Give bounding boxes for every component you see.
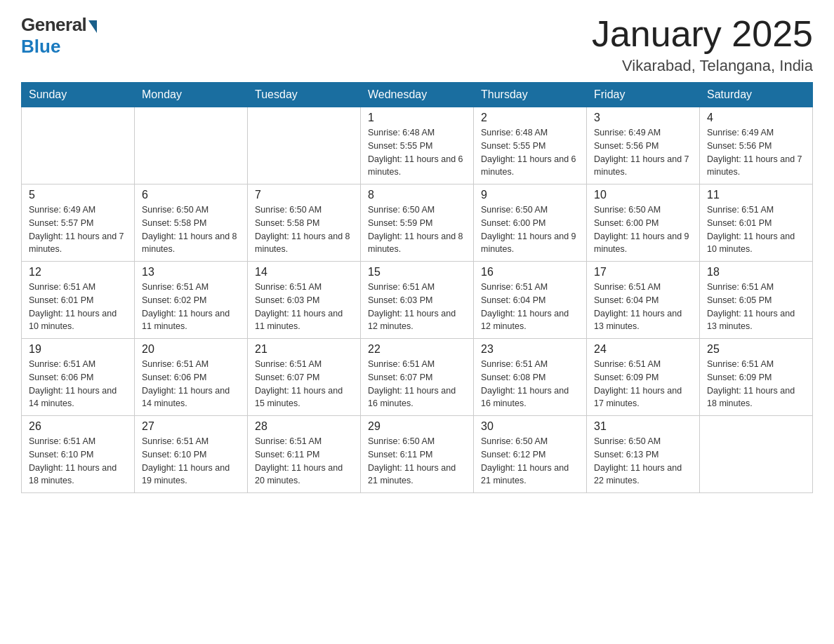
day-number: 6	[142, 189, 240, 201]
day-info: Sunrise: 6:51 AMSunset: 6:01 PMDaylight:…	[707, 203, 805, 256]
day-info: Sunrise: 6:49 AMSunset: 5:57 PMDaylight:…	[29, 203, 127, 256]
day-number: 20	[142, 343, 240, 356]
week-row-2: 5Sunrise: 6:49 AMSunset: 5:57 PMDaylight…	[22, 185, 813, 262]
day-cell-15: 15Sunrise: 6:51 AMSunset: 6:03 PMDayligh…	[361, 262, 474, 339]
logo-arrow-icon	[88, 20, 97, 33]
day-cell-20: 20Sunrise: 6:51 AMSunset: 6:06 PMDayligh…	[135, 339, 248, 416]
column-header-thursday: Thursday	[474, 83, 587, 107]
day-info: Sunrise: 6:50 AMSunset: 6:12 PMDaylight:…	[481, 435, 579, 488]
day-info: Sunrise: 6:49 AMSunset: 5:56 PMDaylight:…	[707, 126, 805, 179]
day-info: Sunrise: 6:51 AMSunset: 6:06 PMDaylight:…	[29, 358, 127, 410]
day-cell-6: 6Sunrise: 6:50 AMSunset: 5:58 PMDaylight…	[135, 185, 248, 262]
empty-cell	[22, 107, 135, 185]
day-number: 17	[594, 266, 692, 279]
empty-cell	[135, 107, 248, 185]
day-info: Sunrise: 6:51 AMSunset: 6:09 PMDaylight:…	[594, 358, 692, 410]
day-cell-9: 9Sunrise: 6:50 AMSunset: 6:00 PMDaylight…	[474, 185, 587, 262]
day-cell-19: 19Sunrise: 6:51 AMSunset: 6:06 PMDayligh…	[22, 339, 135, 416]
day-number: 26	[29, 420, 127, 433]
day-cell-1: 1Sunrise: 6:48 AMSunset: 5:55 PMDaylight…	[361, 107, 474, 185]
day-number: 3	[594, 112, 692, 124]
column-header-saturday: Saturday	[700, 83, 813, 107]
day-cell-14: 14Sunrise: 6:51 AMSunset: 6:03 PMDayligh…	[248, 262, 361, 339]
calendar-table: SundayMondayTuesdayWednesdayThursdayFrid…	[21, 82, 813, 493]
day-cell-7: 7Sunrise: 6:50 AMSunset: 5:58 PMDaylight…	[248, 185, 361, 262]
day-number: 27	[142, 420, 240, 433]
day-cell-30: 30Sunrise: 6:50 AMSunset: 6:12 PMDayligh…	[474, 416, 587, 493]
day-info: Sunrise: 6:50 AMSunset: 5:59 PMDaylight:…	[368, 203, 466, 256]
calendar-header-row: SundayMondayTuesdayWednesdayThursdayFrid…	[22, 83, 813, 107]
title-section: January 2025 Vikarabad, Telangana, India	[592, 14, 813, 75]
day-cell-4: 4Sunrise: 6:49 AMSunset: 5:56 PMDaylight…	[700, 107, 813, 185]
empty-cell	[700, 416, 813, 493]
day-info: Sunrise: 6:51 AMSunset: 6:01 PMDaylight:…	[29, 281, 127, 333]
day-info: Sunrise: 6:51 AMSunset: 6:03 PMDaylight:…	[255, 281, 353, 333]
day-number: 31	[594, 420, 692, 433]
day-cell-18: 18Sunrise: 6:51 AMSunset: 6:05 PMDayligh…	[700, 262, 813, 339]
day-info: Sunrise: 6:50 AMSunset: 6:13 PMDaylight:…	[594, 435, 692, 488]
day-cell-25: 25Sunrise: 6:51 AMSunset: 6:09 PMDayligh…	[700, 339, 813, 416]
day-info: Sunrise: 6:51 AMSunset: 6:07 PMDaylight:…	[368, 358, 466, 410]
day-info: Sunrise: 6:51 AMSunset: 6:04 PMDaylight:…	[594, 281, 692, 333]
day-info: Sunrise: 6:50 AMSunset: 6:00 PMDaylight:…	[481, 203, 579, 256]
logo: General Blue	[21, 14, 97, 58]
day-info: Sunrise: 6:51 AMSunset: 6:10 PMDaylight:…	[29, 435, 127, 488]
day-cell-12: 12Sunrise: 6:51 AMSunset: 6:01 PMDayligh…	[22, 262, 135, 339]
day-info: Sunrise: 6:51 AMSunset: 6:09 PMDaylight:…	[707, 358, 805, 410]
day-cell-21: 21Sunrise: 6:51 AMSunset: 6:07 PMDayligh…	[248, 339, 361, 416]
day-info: Sunrise: 6:50 AMSunset: 5:58 PMDaylight:…	[255, 203, 353, 256]
week-row-3: 12Sunrise: 6:51 AMSunset: 6:01 PMDayligh…	[22, 262, 813, 339]
day-info: Sunrise: 6:48 AMSunset: 5:55 PMDaylight:…	[481, 126, 579, 179]
day-number: 28	[255, 420, 353, 433]
day-number: 4	[707, 112, 805, 124]
day-number: 14	[255, 266, 353, 279]
day-number: 2	[481, 112, 579, 124]
column-header-tuesday: Tuesday	[248, 83, 361, 107]
day-number: 8	[368, 189, 466, 201]
day-cell-24: 24Sunrise: 6:51 AMSunset: 6:09 PMDayligh…	[587, 339, 700, 416]
day-number: 23	[481, 343, 579, 356]
day-info: Sunrise: 6:51 AMSunset: 6:07 PMDaylight:…	[255, 358, 353, 410]
day-info: Sunrise: 6:50 AMSunset: 5:58 PMDaylight:…	[142, 203, 240, 256]
column-header-sunday: Sunday	[22, 83, 135, 107]
day-info: Sunrise: 6:51 AMSunset: 6:10 PMDaylight:…	[142, 435, 240, 488]
column-header-friday: Friday	[587, 83, 700, 107]
day-number: 12	[29, 266, 127, 279]
day-cell-28: 28Sunrise: 6:51 AMSunset: 6:11 PMDayligh…	[248, 416, 361, 493]
day-cell-11: 11Sunrise: 6:51 AMSunset: 6:01 PMDayligh…	[700, 185, 813, 262]
day-cell-10: 10Sunrise: 6:50 AMSunset: 6:00 PMDayligh…	[587, 185, 700, 262]
page-header: General Blue January 2025 Vikarabad, Tel…	[21, 14, 813, 75]
day-number: 30	[481, 420, 579, 433]
day-cell-3: 3Sunrise: 6:49 AMSunset: 5:56 PMDaylight…	[587, 107, 700, 185]
day-cell-29: 29Sunrise: 6:50 AMSunset: 6:11 PMDayligh…	[361, 416, 474, 493]
day-number: 18	[707, 266, 805, 279]
day-number: 11	[707, 189, 805, 201]
day-info: Sunrise: 6:51 AMSunset: 6:11 PMDaylight:…	[255, 435, 353, 488]
day-number: 10	[594, 189, 692, 201]
empty-cell	[248, 107, 361, 185]
day-number: 24	[594, 343, 692, 356]
logo-general-text: General	[21, 14, 86, 36]
day-cell-5: 5Sunrise: 6:49 AMSunset: 5:57 PMDaylight…	[22, 185, 135, 262]
day-cell-2: 2Sunrise: 6:48 AMSunset: 5:55 PMDaylight…	[474, 107, 587, 185]
day-number: 25	[707, 343, 805, 356]
day-number: 13	[142, 266, 240, 279]
week-row-4: 19Sunrise: 6:51 AMSunset: 6:06 PMDayligh…	[22, 339, 813, 416]
day-cell-31: 31Sunrise: 6:50 AMSunset: 6:13 PMDayligh…	[587, 416, 700, 493]
day-info: Sunrise: 6:51 AMSunset: 6:08 PMDaylight:…	[481, 358, 579, 410]
column-header-wednesday: Wednesday	[361, 83, 474, 107]
day-cell-8: 8Sunrise: 6:50 AMSunset: 5:59 PMDaylight…	[361, 185, 474, 262]
day-number: 15	[368, 266, 466, 279]
day-info: Sunrise: 6:51 AMSunset: 6:03 PMDaylight:…	[368, 281, 466, 333]
column-header-monday: Monday	[135, 83, 248, 107]
day-number: 9	[481, 189, 579, 201]
day-cell-16: 16Sunrise: 6:51 AMSunset: 6:04 PMDayligh…	[474, 262, 587, 339]
day-number: 5	[29, 189, 127, 201]
day-cell-13: 13Sunrise: 6:51 AMSunset: 6:02 PMDayligh…	[135, 262, 248, 339]
day-info: Sunrise: 6:49 AMSunset: 5:56 PMDaylight:…	[594, 126, 692, 179]
day-cell-17: 17Sunrise: 6:51 AMSunset: 6:04 PMDayligh…	[587, 262, 700, 339]
week-row-1: 1Sunrise: 6:48 AMSunset: 5:55 PMDaylight…	[22, 107, 813, 185]
day-number: 1	[368, 112, 466, 124]
logo-blue-text: Blue	[21, 36, 60, 58]
week-row-5: 26Sunrise: 6:51 AMSunset: 6:10 PMDayligh…	[22, 416, 813, 493]
